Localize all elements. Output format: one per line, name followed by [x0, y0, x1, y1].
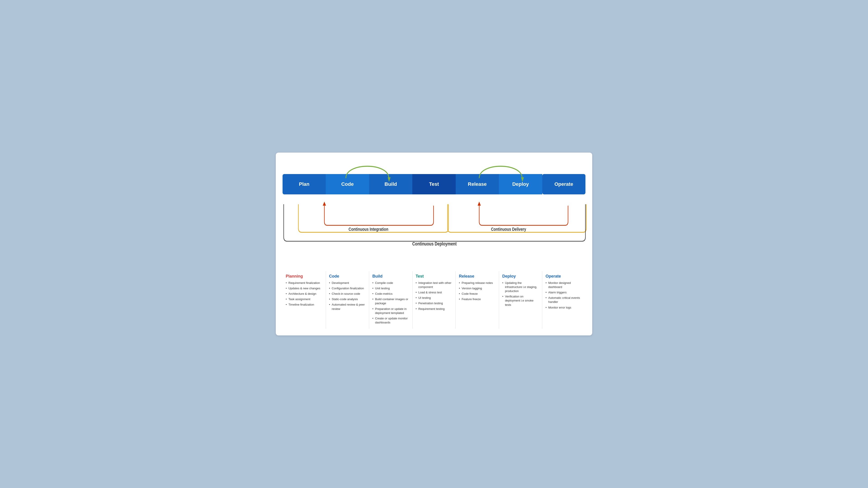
release-col-title: Release	[459, 274, 496, 279]
pipeline-boxes: Plan Code Build Test Release	[283, 174, 585, 194]
deploy-box: Deploy	[499, 174, 542, 194]
test-label: Test	[429, 181, 439, 187]
main-card: Plan Code Build Test Release	[276, 153, 592, 336]
list-item: Preparing release notes	[459, 281, 496, 285]
list-item: Architecture & design	[286, 292, 322, 296]
release-column: Release Preparing release notes Version …	[456, 271, 499, 329]
deploy-label: Deploy	[512, 181, 529, 187]
deploy-column: Deploy Updating the infrastructure i.e s…	[499, 271, 542, 329]
build-label: Build	[384, 181, 397, 187]
plan-box: Plan	[283, 174, 326, 194]
list-item: Static-code analysis	[329, 297, 366, 301]
test-items: Integration test with other component Lo…	[416, 281, 453, 311]
code-column: Code Development Configuration finalizat…	[326, 271, 369, 329]
planning-items: Requirement finalization Updates & new c…	[286, 281, 322, 307]
list-item: Alarm triggers	[546, 291, 582, 295]
list-item: Development	[329, 281, 366, 285]
operate-box: Operate	[542, 174, 585, 194]
list-item: Version tagging	[459, 286, 496, 291]
test-column: Test Integration test with other compone…	[412, 271, 456, 329]
list-item: Create or update monitor dashboards	[372, 316, 409, 325]
list-item: Build container images or package	[372, 297, 409, 305]
planning-title: Planning	[286, 274, 322, 279]
bottom-columns: Planning Requirement finalization Update…	[283, 271, 585, 329]
deploy-col-title: Deploy	[502, 274, 539, 279]
build-box: Build	[369, 174, 412, 194]
build-items: Compile code Unit testing Code-metrics B…	[372, 281, 409, 325]
list-item: Penetration testing	[416, 301, 453, 305]
deploy-items: Updating the infrastructure i.e staging,…	[502, 281, 539, 307]
build-col-title: Build	[372, 274, 409, 279]
test-col-title: Test	[416, 274, 453, 279]
list-item: Load & stress test	[416, 291, 453, 295]
list-item: Updates & new changes	[286, 286, 322, 291]
code-box: Code	[326, 174, 369, 194]
list-item: Compile code	[372, 281, 409, 285]
list-item: Monitor designed dashboard	[546, 281, 582, 289]
list-item: Monitor error logs	[546, 306, 582, 310]
list-item: Requirement testing	[416, 307, 453, 311]
list-item: Timeline finalization	[286, 303, 322, 307]
list-item: UI testing	[416, 296, 453, 300]
operate-items: Monitor designed dashboard Alarm trigger…	[546, 281, 582, 310]
release-items: Preparing release notes Version tagging …	[459, 281, 496, 302]
code-label: Code	[341, 181, 354, 187]
list-item: Code-metrics	[372, 292, 409, 296]
release-box: Release	[456, 174, 499, 194]
list-item: Configuration finalization	[329, 286, 366, 291]
list-item: Updating the infrastructure i.e staging,…	[502, 281, 539, 294]
plan-label: Plan	[299, 181, 309, 187]
pipeline-area: Plan Code Build Test Release	[283, 159, 585, 265]
list-item: Check-in source code	[329, 292, 366, 296]
list-item: Automated review & peer review	[329, 303, 366, 311]
list-item: Task assignment	[286, 297, 322, 301]
code-items: Development Configuration finalization C…	[329, 281, 366, 311]
release-label: Release	[468, 181, 487, 187]
code-col-title: Code	[329, 274, 366, 279]
list-item: Feature freeze	[459, 297, 496, 301]
operate-column: Operate Monitor designed dashboard Alarm…	[542, 271, 585, 329]
operate-label: Operate	[555, 181, 573, 187]
test-box: Test	[412, 174, 456, 194]
list-item: Integration test with other component	[416, 281, 453, 289]
list-item: Preparation or update in deployment temp…	[372, 307, 409, 315]
list-item: Code freeze	[459, 292, 496, 296]
operate-col-title: Operate	[546, 274, 582, 279]
list-item: Requirement finalization	[286, 281, 322, 285]
list-item: Automatic critical events handler	[546, 296, 582, 304]
list-item: Unit testing	[372, 286, 409, 291]
planning-column: Planning Requirement finalization Update…	[283, 271, 326, 329]
list-item: Verification on deployment i.e smoke tes…	[502, 295, 539, 307]
build-column: Build Compile code Unit testing Code-met…	[369, 271, 412, 329]
